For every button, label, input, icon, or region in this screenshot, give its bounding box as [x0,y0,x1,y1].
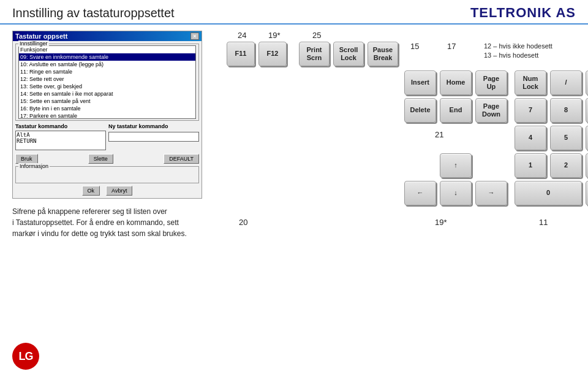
key-numpad-1[interactable]: 1 [514,153,546,178]
key-numpad-3[interactable]: 3 [586,153,588,178]
lg-logo: LG [12,343,221,370]
brand-logo: TELTRONIK AS [470,5,576,21]
informasjon-label: Informasjon [18,163,50,169]
ny-tastatur-kommando-col: Ny tastatur kommando [108,123,199,151]
key-print-scrn[interactable]: PrintScrn [299,42,330,66]
key-numpad-2[interactable]: 2 [550,153,582,178]
list-item-16[interactable]: 16: Byte inn i en samtale [19,105,195,112]
label-24: 24 [238,31,246,40]
list-item-09[interactable]: 09: Svare en innkommende samtale [19,53,195,61]
tastatur-kommando-input[interactable]: AltA RETURN [15,131,106,150]
list-item-12[interactable]: 12: Sette rett over [19,75,195,83]
informasjon-group: Informasjon [15,166,199,183]
dialog-title: Tastatur oppsett [15,32,67,40]
key-num-lock[interactable]: NumLock [514,71,546,95]
keyboard-settings-dialog: Tastatur oppsett × Innstillinger Funksjo… [12,31,202,199]
avbryt-button[interactable]: Avbryt [106,186,132,196]
tastatur-columns: Tastatur kommando AltA RETURN Ny tastatu… [15,123,199,151]
innstillinger-group: Innstillinger Funksjoner 09: Svare en in… [15,44,199,121]
key-numpad-7[interactable]: 7 [514,98,546,123]
list-item-11[interactable]: 11: Ringe en samtale [19,68,195,75]
key-end[interactable]: End [440,98,472,123]
list-item-15[interactable]: 15: Sette en samtale på vent [19,97,195,105]
ny-tastatur-kommando-label: Ny tastatur kommando [108,123,199,129]
key-arrow-down[interactable]: ↓ [440,181,472,205]
key-numpad-mul[interactable]: * [586,71,588,95]
page-header: Innstilling av tastaturoppsettet TELTRON… [0,0,588,25]
ny-tastatur-kommando-input[interactable] [108,132,199,142]
key-f12[interactable]: F12 [258,42,287,66]
key-numpad-8[interactable]: 8 [550,98,582,123]
label-15: 15 [410,42,419,51]
key-numpad-5[interactable]: 5 [550,126,582,150]
ok-button[interactable]: Ok [82,186,100,196]
key-numpad-0[interactable]: 0 [514,181,582,205]
label-11: 11 [539,218,548,227]
function-list[interactable]: Funksjoner 09: Svare en innkommende samt… [18,45,196,119]
key-arrow-right[interactable]: → [475,181,507,205]
label-19star: 19* [268,31,281,40]
main-content: Tastatur oppsett × Innstillinger Funksjo… [0,25,588,376]
key-page-down[interactable]: PageDown [475,98,507,123]
key-numpad-div[interactable]: / [550,71,582,95]
key-numpad-6[interactable]: 6 [586,126,588,150]
slette-button[interactable]: Slette [88,154,113,164]
list-item-14[interactable]: 14: Sette en samtale i ike mot apparat [19,90,195,97]
ok-avbryt-row: Ok Avbryt [15,186,199,196]
key-f11[interactable]: F11 [227,42,255,66]
key-numpad-9[interactable]: 9 [586,98,588,123]
key-numpad-4[interactable]: 4 [514,126,546,150]
note-12-13: 12 – hvis ikke hodesett13 – hvis hodeset… [484,42,552,61]
label-21: 21 [435,130,443,139]
default-button[interactable]: DEFAULT [164,154,199,164]
tastatur-kommando-col: Tastatur kommando AltA RETURN [15,123,106,151]
list-header: Funksjoner [19,46,195,53]
label-20-bottom: 20 [239,218,247,227]
bottom-text: Sifrene på knappene refererer seg til li… [12,206,221,239]
key-home[interactable]: Home [440,71,472,95]
key-arrow-left[interactable]: ← [404,181,436,205]
lg-icon: LG [12,343,39,370]
key-scroll-lock[interactable]: ScrollLock [333,42,364,66]
key-numpad-comma[interactable]: , [586,181,588,205]
key-page-up[interactable]: PageUp [475,71,507,95]
label-25: 25 [312,31,321,40]
left-panel: Tastatur oppsett × Innstillinger Funksjo… [12,31,221,370]
dialog-close-button[interactable]: × [190,32,199,40]
label-17: 17 [447,42,456,51]
list-item-17[interactable]: 17: Parkere en samtale [19,112,195,119]
key-arrow-up[interactable]: ↑ [440,153,472,178]
key-insert[interactable]: Insert [404,71,436,95]
key-pause-break[interactable]: PauseBreak [368,42,398,66]
innstillinger-label: Innstillinger [18,40,49,47]
page-title: Innstilling av tastaturoppsettet [12,6,175,20]
dialog-body: Innstillinger Funksjoner 09: Svare en in… [13,41,202,198]
action-buttons-row: Bruk Slette DEFAULT [15,154,199,164]
tastatur-kommando-label: Tastatur kommando [15,123,106,129]
list-item-10[interactable]: 10: Avslutte en samtale (legge på) [19,61,195,68]
bruk-button[interactable]: Bruk [15,154,38,164]
dialog-titlebar: Tastatur oppsett × [13,31,202,41]
key-delete[interactable]: Delete [404,98,436,123]
keyboard-area: 24 19* 25 F11 F12 PrintScrn ScrollLock P… [227,31,576,370]
label-19star-bottom: 19* [435,218,447,227]
list-item-13[interactable]: 13: Sette over, gi beskjed [19,83,195,90]
